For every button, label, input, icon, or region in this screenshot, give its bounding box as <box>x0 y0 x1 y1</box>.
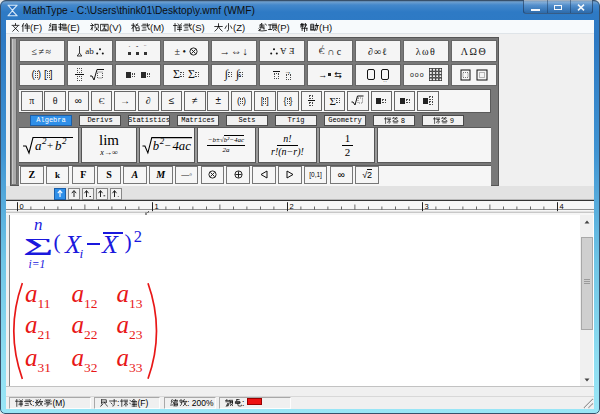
svg-text:2: 2 <box>290 202 294 211</box>
svg-text:2: 2 <box>62 136 67 146</box>
svg-text:a: a <box>35 138 42 153</box>
svg-text:b: b <box>153 139 159 153</box>
svg-text:4ac: 4ac <box>172 139 191 153</box>
svg-text:+: + <box>47 139 53 151</box>
svg-text:3: 3 <box>425 202 429 211</box>
svg-text:−: − <box>165 139 171 151</box>
svg-text:4: 4 <box>560 202 564 211</box>
svg-text:b: b <box>55 138 62 153</box>
svg-text:1: 1 <box>155 202 159 211</box>
svg-text:0: 0 <box>20 202 24 211</box>
